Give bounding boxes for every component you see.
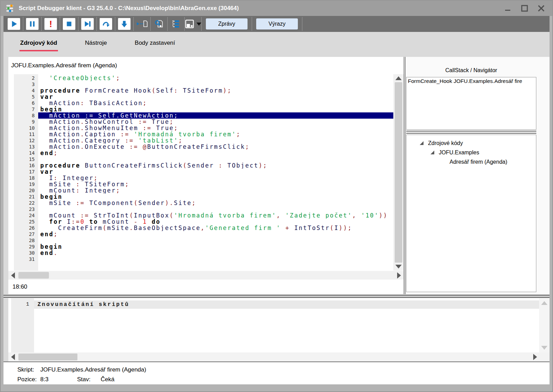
- break-button[interactable]: !: [44, 18, 57, 30]
- code-line[interactable]: 22 mSite := TComponent(Sender).Site;: [8, 200, 393, 206]
- line-number[interactable]: 7: [8, 106, 38, 112]
- code-line[interactable]: 18 I: Integer;: [8, 175, 393, 181]
- code-line[interactable]: 26 CreateFirm(mSite.BaseObjectSpace,'Gen…: [8, 225, 393, 231]
- line-number[interactable]: 24: [8, 212, 38, 219]
- line-number[interactable]: 29: [8, 244, 38, 250]
- code-line[interactable]: 7begin: [8, 106, 393, 112]
- expand-triangle-icon[interactable]: [430, 151, 434, 154]
- tab-zdrojov-k-d[interactable]: Zdrojový kód: [20, 37, 57, 52]
- code-line[interactable]: 15: [8, 156, 393, 162]
- code-line[interactable]: 20 mCount: Integer;: [8, 187, 393, 194]
- line-number[interactable]: 11: [8, 131, 38, 137]
- line-number[interactable]: 13: [8, 144, 38, 150]
- minimize-button[interactable]: [504, 4, 512, 12]
- code-line[interactable]: 29begin: [8, 244, 393, 250]
- line-number[interactable]: 6: [8, 100, 38, 106]
- callstack-list[interactable]: FormCreate_Hook JOFU.Examples.Adresář fi…: [406, 77, 536, 130]
- window-select-button[interactable]: [186, 18, 200, 30]
- code-line[interactable]: 14end;: [8, 150, 393, 156]
- code-editor[interactable]: 2 'CreateObjects';34procedure FormCreate…: [8, 74, 393, 271]
- editor-horizontal-scrollbar[interactable]: [8, 271, 404, 280]
- messages-list[interactable]: 1Znovunačítání skriptů: [8, 298, 539, 352]
- code-line[interactable]: 9 mAction.ShowControl := True;: [8, 119, 393, 125]
- code-line[interactable]: 11 mAction.Caption := 'Hromadná tvorba f…: [8, 131, 393, 137]
- code-line[interactable]: 16procedure ButtonCreateFirmsClick(Sende…: [8, 162, 393, 169]
- maximize-button[interactable]: [520, 4, 529, 12]
- run-to-cursor-button[interactable]: [135, 18, 149, 30]
- close-button[interactable]: [537, 4, 545, 12]
- code-line[interactable]: 19 mSite : TSiteForm;: [8, 181, 393, 187]
- code-line[interactable]: 2 'CreateObjects';: [8, 75, 393, 81]
- line-number[interactable]: 25: [8, 219, 38, 225]
- line-number[interactable]: 16: [8, 162, 38, 169]
- line-number[interactable]: 22: [8, 200, 38, 206]
- code-line[interactable]: 10 mAction.ShowMenuItem := True;: [8, 125, 393, 131]
- code-line[interactable]: 25 for I:=0 to mCount - 1 do: [8, 219, 393, 225]
- message-line[interactable]: 1Znovunačítání skriptů: [8, 300, 539, 309]
- line-number[interactable]: 20: [8, 187, 38, 194]
- tree-item-adres-firem-agenda-[interactable]: Adresář firem (Agenda): [407, 157, 536, 167]
- line-number[interactable]: 27: [8, 231, 38, 237]
- line-number[interactable]: 21: [8, 194, 38, 200]
- line-number[interactable]: 3: [8, 81, 38, 87]
- line-number[interactable]: 2: [8, 75, 38, 81]
- line-number[interactable]: 5: [8, 94, 38, 100]
- code-line[interactable]: 21begin: [8, 194, 393, 200]
- scroll-right-arrow-icon[interactable]: [533, 354, 537, 360]
- code-line[interactable]: 4procedure FormCreate_Hook(Self: TSiteFo…: [8, 87, 393, 94]
- scroll-left-arrow-icon[interactable]: [11, 272, 15, 279]
- code-line[interactable]: 27end;: [8, 231, 393, 237]
- tree-item-jofu-examples[interactable]: JOFU.Examples: [407, 148, 536, 157]
- code-line[interactable]: 3: [8, 81, 393, 87]
- pause-button[interactable]: [26, 18, 39, 30]
- scroll-right-arrow-icon[interactable]: [397, 272, 401, 279]
- line-number[interactable]: 12: [8, 137, 38, 144]
- line-number[interactable]: 28: [8, 237, 38, 244]
- line-number[interactable]: 18: [8, 175, 38, 181]
- editor-vertical-scrollbar[interactable]: [393, 74, 404, 271]
- code-line[interactable]: 31: [8, 256, 393, 262]
- line-number[interactable]: 8: [8, 112, 38, 119]
- messages-vertical-scrollbar[interactable]: [539, 298, 550, 352]
- line-number[interactable]: 14: [8, 150, 38, 156]
- structure-button[interactable]: [169, 18, 183, 30]
- line-number[interactable]: 23: [8, 206, 38, 212]
- code-line[interactable]: 28: [8, 237, 393, 244]
- code-line[interactable]: 30end.: [8, 250, 393, 256]
- step-next-button[interactable]: [81, 18, 94, 30]
- stop-button[interactable]: [63, 18, 75, 30]
- source-tree[interactable]: Zdrojové kódyJOFU.ExamplesAdresář firem …: [406, 135, 536, 292]
- scroll-down-arrow-icon[interactable]: [541, 346, 547, 350]
- scroll-up-arrow-icon[interactable]: [541, 301, 547, 305]
- expressions-toggle-button[interactable]: Výrazy: [256, 18, 298, 29]
- line-number[interactable]: 26: [8, 225, 38, 231]
- code-line[interactable]: 12 mAction.Category := 'tabList';: [8, 137, 393, 144]
- line-number[interactable]: 17: [8, 169, 38, 175]
- step-out-button[interactable]: [118, 18, 131, 30]
- tab-n-stroje[interactable]: Nástroje: [85, 37, 107, 52]
- code-line[interactable]: 17var: [8, 169, 393, 175]
- editor-hscroll-thumb[interactable]: [18, 272, 49, 279]
- scroll-left-arrow-icon[interactable]: [11, 354, 15, 360]
- line-number[interactable]: 4: [8, 87, 38, 94]
- editor-vscroll-thumb[interactable]: [395, 82, 402, 263]
- line-number[interactable]: 30: [8, 250, 38, 256]
- code-line[interactable]: 6 mAction: TBasicAction;: [8, 100, 393, 106]
- scroll-down-arrow-icon[interactable]: [395, 265, 402, 269]
- line-number[interactable]: 9: [8, 119, 38, 125]
- run-button[interactable]: [8, 18, 20, 30]
- messages-hscroll-thumb[interactable]: [18, 353, 77, 360]
- messages-splitter[interactable]: [3, 295, 550, 298]
- line-number[interactable]: 15: [8, 156, 38, 162]
- messages-toggle-button[interactable]: Zprávy: [206, 18, 248, 29]
- panel-splitter[interactable]: [406, 131, 536, 134]
- code-line[interactable]: 23: [8, 206, 393, 212]
- expand-triangle-icon[interactable]: [420, 141, 424, 145]
- tree-item-zdrojov-k-dy[interactable]: Zdrojové kódy: [407, 138, 536, 148]
- step-over-button[interactable]: [100, 18, 112, 30]
- code-line[interactable]: 5var: [8, 94, 393, 100]
- scroll-up-arrow-icon[interactable]: [395, 76, 402, 80]
- code-line[interactable]: 24 mCount := StrToInt(InputBox('Hromadná…: [8, 212, 393, 219]
- line-number[interactable]: 19: [8, 181, 38, 187]
- code-line[interactable]: 13 mAction.OnExecute := @ButtonCreateFir…: [8, 144, 393, 150]
